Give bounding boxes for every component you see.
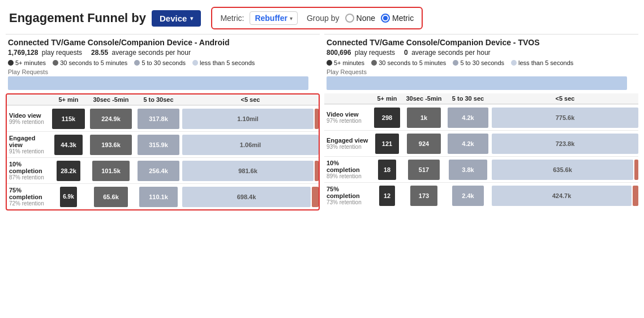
row-label: Engaged view91% retention [7, 132, 50, 157]
metric-select[interactable]: Rebuffer ▾ [250, 11, 298, 25]
panel-right: Connected TV/Game Console/Companion Devi… [324, 34, 638, 210]
table-row: 75% completion73% retention 12 173 2.4k … [324, 182, 638, 208]
col-header-r2: 30sec -5min [403, 93, 444, 104]
page-title: Engagement Funnel by [9, 11, 146, 25]
panel-right-avg: 0 average seconds per hour [404, 49, 490, 57]
play-requests-label-left: Play Requests [8, 68, 317, 75]
play-req-value: 1,769,128 [8, 49, 38, 57]
metric-label: Metric: [220, 14, 244, 23]
play-requests-bar-right [327, 76, 627, 90]
panel-right-play-requests: 800,696 play requests [327, 49, 395, 57]
table-row: 10% completion87% retention 28.2k 101.5k… [7, 157, 319, 183]
table-row: Engaged view91% retention 44.3k 193.6k 3… [7, 131, 319, 157]
play-requests-label-right: Play Requests [327, 68, 636, 75]
panel-left-title: Connected TV/Game Console/Companion Devi… [6, 38, 320, 48]
play-req-label: play requests [42, 49, 82, 57]
group-by-label: Group by [307, 14, 340, 23]
radio-metric-label: Metric [392, 14, 414, 23]
legend-left: 5+ minutes 30 seconds to 5 minutes 5 to … [6, 58, 320, 67]
data-table-right: 5+ min 30sec -5min 5 to 30 sec <5 sec Vi… [324, 93, 638, 208]
row-label: 10% completion87% retention [7, 158, 50, 183]
table-row: Video view97% retention 298 1k 4.2k 775.… [324, 104, 638, 130]
col-header-4: <5 sec [182, 94, 319, 105]
row-label: 75% completion72% retention [7, 184, 50, 209]
avg-val: 28.55 [91, 49, 108, 57]
avg-label: average seconds per hour [111, 49, 190, 57]
bar-accent [315, 109, 319, 129]
radio-metric-circle [381, 14, 390, 23]
metric-value: Rebuffer [255, 14, 287, 23]
table-row: 75% completion72% retention 6.9k 65.6k 1… [7, 183, 319, 209]
bar-cell: 115k [52, 109, 85, 129]
chevron-down-icon: ▾ [290, 15, 293, 22]
table-row: 10% completion89% retention 18 517 3.8k … [324, 156, 638, 182]
bar-cell: 224.9k [90, 109, 132, 129]
radio-none[interactable]: None [345, 14, 375, 23]
table-row: Engaged view93% retention 121 924 4.2k 7… [324, 130, 638, 156]
play-requests-bar-left [8, 76, 308, 90]
panel-right-title: Connected TV/Game Console/Companion Devi… [324, 38, 638, 48]
radio-none-label: None [357, 14, 375, 23]
panel-left: Connected TV/Game Console/Companion Devi… [6, 34, 320, 210]
device-button[interactable]: Device ▾ [152, 10, 201, 27]
bar-cell: 317.8k [138, 109, 179, 129]
metric-group-bar: Metric: Rebuffer ▾ Group by None Metric [211, 7, 423, 29]
table-row: Video view99% retention 115k 224.9k 317.… [7, 105, 319, 131]
panel-left-play-requests: 1,769,128 play requests [8, 49, 82, 57]
bar-cell: 1.10mil [182, 109, 314, 129]
chevron-down-icon: ▾ [190, 15, 193, 22]
device-button-label: Device [160, 14, 187, 23]
radio-metric[interactable]: Metric [381, 14, 414, 23]
col-header-3: 5 to 30sec [135, 94, 182, 105]
col-header-r3: 5 to 30 sec [444, 93, 492, 104]
col-header-2: 30sec -5min [87, 94, 135, 105]
col-header-r4: <5 sec [492, 93, 638, 104]
data-table-left: 5+ min 30sec -5min 5 to 30sec <5 sec Vid… [6, 93, 320, 210]
row-label: Video view99% retention [7, 110, 50, 127]
panel-left-avg: 28.55 average seconds per hour [91, 49, 191, 57]
legend-right: 5+ minutes 30 seconds to 5 minutes 5 to … [324, 58, 638, 67]
col-header-1: 5+ min [50, 94, 87, 105]
radio-none-circle [345, 14, 354, 23]
col-header-r1: 5+ min [371, 93, 403, 104]
